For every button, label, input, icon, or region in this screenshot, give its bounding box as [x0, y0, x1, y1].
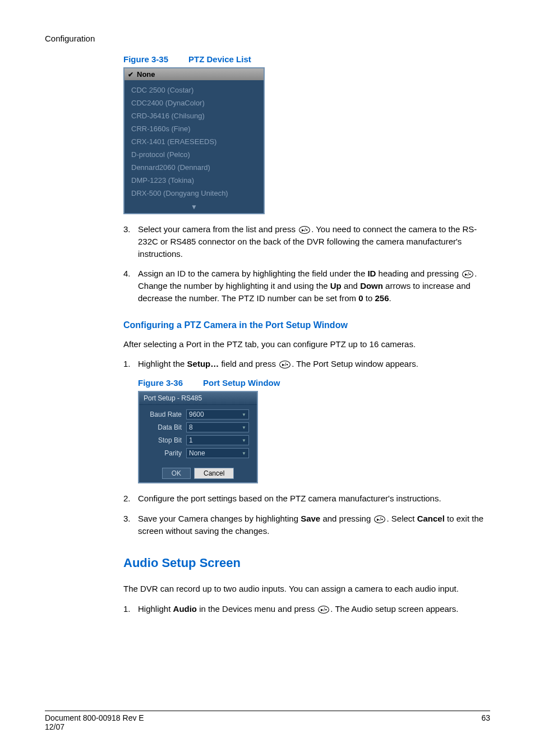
chevron-down-icon: ▼ [242, 425, 246, 430]
ptz-list-selected-row[interactable]: ✔ None [124, 68, 264, 80]
figure-36-title: Port Setup Window [203, 378, 280, 388]
list-item[interactable]: CRD-J6416 (Chilsung) [131, 109, 257, 122]
cancel-button[interactable]: Cancel [194, 468, 234, 479]
data-bit-label: Data Bit [144, 423, 186, 431]
list-item[interactable]: CDC2400 (DynaColor) [131, 96, 257, 109]
ptz-step-2: 2. Configure the port settings based on … [123, 492, 490, 505]
ptz-device-list: ✔ None CDC 2500 (Costar) CDC2400 (DynaCo… [123, 67, 265, 214]
page-number: 63 [481, 713, 490, 731]
check-icon: ✔ [128, 71, 133, 79]
ok-button[interactable]: OK [162, 468, 191, 479]
footer-doc-id: Document 800-00918 Rev E [45, 713, 144, 722]
stop-bit-select[interactable]: 1▼ [186, 435, 249, 445]
audio-step-1: 1. Highlight Audio in the Devices menu a… [123, 603, 490, 615]
ptz-step-1: 1. Highlight the Setup… field and press … [123, 358, 490, 370]
list-item[interactable]: CDC 2500 (Costar) [131, 84, 257, 96]
figure-36-caption: Figure 3-36Port Setup Window [138, 378, 490, 388]
play-pause-icon: ▸/▪ [462, 270, 473, 278]
chevron-down-icon: ▼ [242, 412, 246, 417]
ptz-intro-paragraph: After selecting a Port in the PTZ tab, y… [123, 338, 490, 351]
figure-36-number: Figure 3-36 [138, 378, 183, 388]
figure-35-caption: Figure 3-35PTZ Device List [123, 54, 490, 64]
baud-rate-label: Baud Rate [144, 411, 186, 418]
list-item[interactable]: DRX-500 (Dongyang Unitech) [131, 187, 257, 200]
step-4: 4. Assign an ID to the camera by highlig… [123, 268, 490, 304]
chevron-down-icon[interactable]: ▼ [124, 202, 264, 213]
page-footer: Document 800-00918 Rev E 12/07 63 [45, 711, 490, 731]
play-pause-icon: ▸/▪ [279, 361, 290, 368]
baud-rate-select[interactable]: 9600▼ [186, 409, 249, 420]
ptz-port-setup-heading: Configuring a PTZ Camera in the Port Set… [123, 320, 490, 330]
play-pause-icon: ▸/▪ [299, 226, 310, 234]
figure-35-number: Figure 3-35 [123, 54, 168, 64]
page-header: Configuration [45, 34, 490, 43]
footer-date: 12/07 [45, 722, 144, 731]
step-3: 3. Select your camera from the list and … [123, 223, 490, 260]
chevron-down-icon: ▼ [242, 451, 246, 456]
ptz-list-none-label: None [137, 70, 155, 79]
audio-setup-heading: Audio Setup Screen [123, 556, 490, 570]
port-setup-window: Port Setup - RS485 Baud Rate 9600▼ Data … [138, 391, 258, 483]
play-pause-icon: ▸/▪ [374, 515, 385, 523]
stop-bit-label: Stop Bit [144, 436, 186, 444]
list-item[interactable]: Dennard2060 (Dennard) [131, 161, 257, 174]
list-item[interactable]: DMP-1223 (Tokina) [131, 174, 257, 187]
port-setup-title: Port Setup - RS485 [139, 392, 257, 405]
ptz-step-3: 3. Save your Camera changes by highlight… [123, 513, 490, 537]
list-item[interactable]: CRR-1660s (Fine) [131, 122, 257, 135]
play-pause-icon: ▸/▪ [318, 606, 329, 614]
list-item[interactable]: D-protocol (Pelco) [131, 148, 257, 161]
parity-select[interactable]: None▼ [186, 448, 249, 458]
figure-35-title: PTZ Device List [188, 54, 251, 64]
data-bit-select[interactable]: 8▼ [186, 422, 249, 432]
chevron-down-icon: ▼ [242, 438, 246, 443]
parity-label: Parity [144, 449, 186, 457]
list-item[interactable]: CRX-1401 (ERAESEEDS) [131, 135, 257, 148]
audio-intro-paragraph: The DVR can record up to two audio input… [123, 583, 490, 595]
